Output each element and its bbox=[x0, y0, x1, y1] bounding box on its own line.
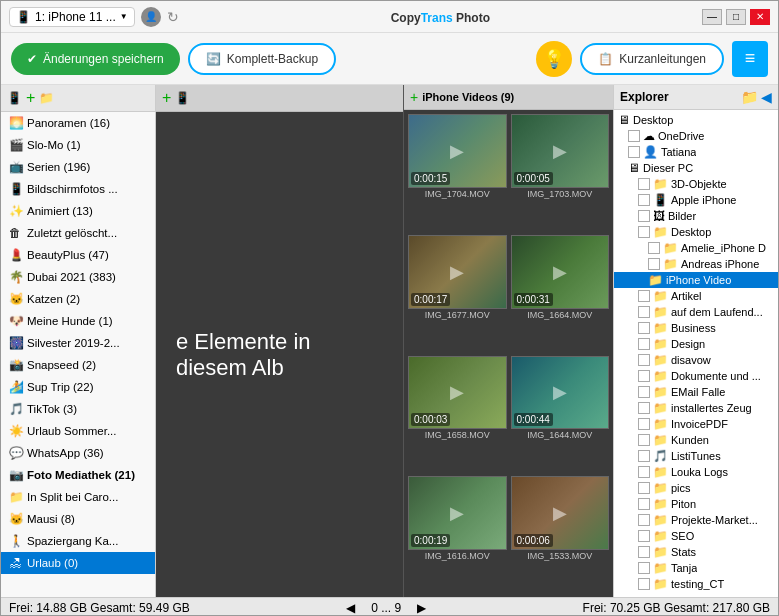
album-item[interactable]: 🎵 TikTok (3) bbox=[1, 398, 155, 420]
tree-item[interactable]: 🖥 Dieser PC bbox=[614, 160, 778, 176]
tree-item[interactable]: 👤 Tatiana bbox=[614, 144, 778, 160]
tree-checkbox[interactable] bbox=[638, 450, 650, 462]
tree-item[interactable]: 📁 InvoicePDF bbox=[614, 416, 778, 432]
album-item[interactable]: 📺 Serien (196) bbox=[1, 156, 155, 178]
save-button[interactable]: ✔ Änderungen speichern bbox=[11, 43, 180, 75]
bulb-button[interactable]: 💡 bbox=[536, 41, 572, 77]
backup-button[interactable]: 🔄 Komplett-Backup bbox=[188, 43, 336, 75]
tree-item[interactable]: 📱 Apple iPhone bbox=[614, 192, 778, 208]
scroll-right-icon[interactable]: ▶ bbox=[417, 601, 426, 615]
tree-item[interactable]: 🖥 Desktop bbox=[614, 112, 778, 128]
tree-item[interactable]: 📁 EMail Falle bbox=[614, 384, 778, 400]
tree-item[interactable]: 🎵 ListiTunes bbox=[614, 448, 778, 464]
album-item[interactable]: 🎬 Slo-Mo (1) bbox=[1, 134, 155, 156]
album-item[interactable]: 📷 Foto Mediathek (21) bbox=[1, 464, 155, 486]
tree-checkbox[interactable] bbox=[638, 434, 650, 446]
refresh-icon[interactable]: ↻ bbox=[167, 9, 179, 25]
tree-checkbox[interactable] bbox=[638, 290, 650, 302]
tree-item[interactable]: ☁ OneDrive bbox=[614, 128, 778, 144]
album-item[interactable]: 🐱 Katzen (2) bbox=[1, 288, 155, 310]
tree-checkbox[interactable] bbox=[638, 306, 650, 318]
album-item[interactable]: 🏖 Urlaub (0) bbox=[1, 552, 155, 574]
video-thumbnail[interactable]: ▶ 0:00:31 IMG_1664.MOV bbox=[511, 235, 610, 352]
tree-checkbox[interactable] bbox=[648, 242, 660, 254]
tree-checkbox[interactable] bbox=[638, 418, 650, 430]
tree-item[interactable]: 📁 Andreas iPhone bbox=[614, 256, 778, 272]
tree-item[interactable]: 📁 testing_CT bbox=[614, 576, 778, 592]
add-album-icon[interactable]: + bbox=[26, 89, 35, 107]
avatar[interactable]: 👤 bbox=[141, 7, 161, 27]
tree-item[interactable]: 📁 Projekte-Market... bbox=[614, 512, 778, 528]
album-item[interactable]: 🌅 Panoramen (16) bbox=[1, 112, 155, 134]
tree-checkbox[interactable] bbox=[638, 338, 650, 350]
menu-button[interactable]: ≡ bbox=[732, 41, 768, 77]
tree-item[interactable]: 📁 Kunden bbox=[614, 432, 778, 448]
video-thumbnail[interactable]: ▶ 0:00:44 IMG_1644.MOV bbox=[511, 356, 610, 473]
tree-item[interactable]: 📁 Dokumente und ... bbox=[614, 368, 778, 384]
tree-item[interactable]: 📁 Business bbox=[614, 320, 778, 336]
tree-checkbox[interactable] bbox=[628, 146, 640, 158]
tree-item[interactable]: 📁 Piton bbox=[614, 496, 778, 512]
tree-item[interactable]: 📁 Amelie_iPhone D bbox=[614, 240, 778, 256]
album-item[interactable]: 🏄 Sup Trip (22) bbox=[1, 376, 155, 398]
tree-item[interactable]: 📁 pics bbox=[614, 480, 778, 496]
album-item[interactable]: 📱 Bildschirmfotos ... bbox=[1, 178, 155, 200]
video-thumbnail[interactable]: ▶ 0:00:19 IMG_1616.MOV bbox=[408, 476, 507, 593]
tree-checkbox[interactable] bbox=[638, 178, 650, 190]
add-photos-icon[interactable]: + bbox=[162, 89, 171, 107]
tree-checkbox[interactable] bbox=[638, 514, 650, 526]
album-item[interactable]: ☀️ Urlaub Sommer... bbox=[1, 420, 155, 442]
device-selector[interactable]: 📱 1: iPhone 11 ... ▼ bbox=[9, 7, 135, 27]
tree-checkbox[interactable] bbox=[648, 258, 660, 270]
tree-checkbox[interactable] bbox=[628, 130, 640, 142]
tree-item[interactable]: 📁 Artikel bbox=[614, 288, 778, 304]
tree-checkbox[interactable] bbox=[638, 530, 650, 542]
album-item[interactable]: 📁 In Split bei Caro... bbox=[1, 486, 155, 508]
album-item[interactable]: 🐶 Meine Hunde (1) bbox=[1, 310, 155, 332]
close-button[interactable]: ✕ bbox=[750, 9, 770, 25]
tree-checkbox[interactable] bbox=[638, 370, 650, 382]
album-item[interactable]: 🚶 Spaziergang Ka... bbox=[1, 530, 155, 552]
video-thumbnail[interactable]: ▶ 0:00:03 IMG_1658.MOV bbox=[408, 356, 507, 473]
album-item[interactable]: 🎆 Silvester 2019-2... bbox=[1, 332, 155, 354]
tree-checkbox[interactable] bbox=[638, 578, 650, 590]
tree-item[interactable]: 📁 SEO bbox=[614, 528, 778, 544]
tree-checkbox[interactable] bbox=[638, 546, 650, 558]
album-item[interactable]: ✨ Animiert (13) bbox=[1, 200, 155, 222]
tree-checkbox[interactable] bbox=[638, 226, 650, 238]
tree-item[interactable]: 🖼 Bilder bbox=[614, 208, 778, 224]
new-folder-icon[interactable]: 📁 bbox=[741, 89, 758, 105]
arrow-icon[interactable]: ◀ bbox=[761, 89, 772, 105]
tree-item[interactable]: 📁 3D-Objekte bbox=[614, 176, 778, 192]
album-item[interactable]: 🗑 Zuletzt gelöscht... bbox=[1, 222, 155, 244]
tree-checkbox[interactable] bbox=[638, 482, 650, 494]
album-item[interactable]: 💬 WhatsApp (36) bbox=[1, 442, 155, 464]
tree-item[interactable]: 📁 Design bbox=[614, 336, 778, 352]
tree-checkbox[interactable] bbox=[638, 498, 650, 510]
video-thumbnail[interactable]: ▶ 0:00:15 IMG_1704.MOV bbox=[408, 114, 507, 231]
tree-item[interactable]: 📁 iPhone Video bbox=[614, 272, 778, 288]
scroll-left-icon[interactable]: ◀ bbox=[346, 601, 355, 615]
guide-button[interactable]: 📋 Kurzanleitungen bbox=[580, 43, 724, 75]
add-video-icon[interactable]: + bbox=[410, 89, 418, 105]
video-thumbnail[interactable]: ▶ 0:00:05 IMG_1703.MOV bbox=[511, 114, 610, 231]
tree-checkbox[interactable] bbox=[638, 354, 650, 366]
tree-checkbox[interactable] bbox=[638, 194, 650, 206]
album-item[interactable]: 🌴 Dubai 2021 (383) bbox=[1, 266, 155, 288]
video-thumbnail[interactable]: ▶ 0:00:17 IMG_1677.MOV bbox=[408, 235, 507, 352]
tree-item[interactable]: 📁 installertes Zeug bbox=[614, 400, 778, 416]
tree-item[interactable]: 📁 Desktop bbox=[614, 224, 778, 240]
album-item[interactable]: 📸 Snapseed (2) bbox=[1, 354, 155, 376]
album-item[interactable]: 💄 BeautyPlus (47) bbox=[1, 244, 155, 266]
minimize-button[interactable]: — bbox=[702, 9, 722, 25]
maximize-button[interactable]: □ bbox=[726, 9, 746, 25]
tree-checkbox[interactable] bbox=[638, 322, 650, 334]
tree-item[interactable]: 📁 Tanja bbox=[614, 560, 778, 576]
tree-item[interactable]: 📁 Stats bbox=[614, 544, 778, 560]
video-thumbnail[interactable]: ▶ 0:00:06 IMG_1533.MOV bbox=[511, 476, 610, 593]
tree-checkbox[interactable] bbox=[638, 210, 650, 222]
tree-checkbox[interactable] bbox=[638, 386, 650, 398]
tree-item[interactable]: 📁 auf dem Laufend... bbox=[614, 304, 778, 320]
tree-item[interactable]: 📁 disavow bbox=[614, 352, 778, 368]
album-item[interactable]: 🐱 Mausi (8) bbox=[1, 508, 155, 530]
